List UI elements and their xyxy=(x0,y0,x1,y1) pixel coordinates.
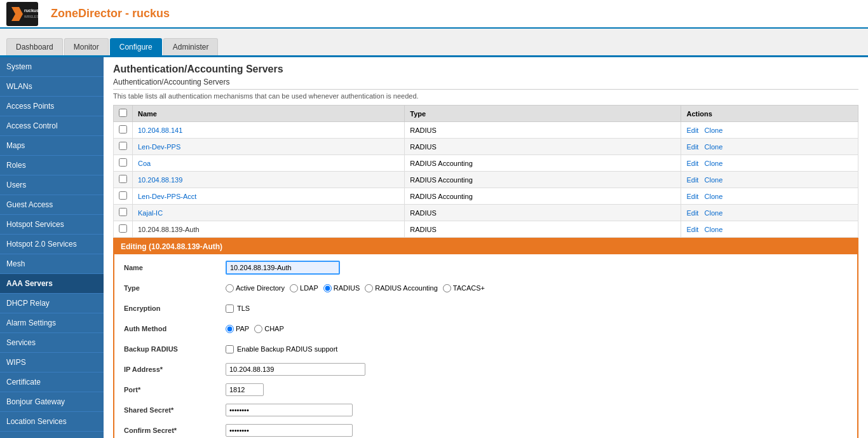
svg-text:ruckus: ruckus xyxy=(24,8,38,13)
sidebar-item-guest-access[interactable]: Guest Access xyxy=(0,195,104,215)
table-row: 10.204.88.141 RADIUS Edit Clone xyxy=(114,122,858,139)
sidebar-item-access-control[interactable]: Access Control xyxy=(0,116,104,136)
radio-pap[interactable] xyxy=(226,325,234,333)
row-checkbox-cell xyxy=(114,205,133,221)
table-row: 10.204.88.139-Auth RADIUS Edit Clone xyxy=(114,221,858,238)
edit-link[interactable]: Edit xyxy=(686,193,698,200)
clone-link[interactable]: Clone xyxy=(705,160,723,167)
control-encryption: TLS xyxy=(226,305,848,313)
sidebar-item-aaa-servers[interactable]: AAA Servers xyxy=(0,274,104,294)
edit-link[interactable]: Edit xyxy=(686,226,698,233)
label-encryption: Encryption xyxy=(124,305,226,312)
row-checkbox[interactable] xyxy=(119,191,127,200)
clone-link[interactable]: Clone xyxy=(705,193,723,200)
row-checkbox[interactable] xyxy=(119,125,127,133)
ip-address-input[interactable] xyxy=(226,363,365,376)
row-checkbox-cell xyxy=(114,172,133,188)
shared-secret-input[interactable] xyxy=(226,404,353,416)
confirm-secret-input[interactable] xyxy=(226,424,353,437)
radio-tacacs[interactable] xyxy=(443,284,451,292)
label-type: Type xyxy=(124,284,226,292)
type-active-directory[interactable]: Active Directory xyxy=(226,284,285,292)
radio-radius-accounting[interactable] xyxy=(365,284,373,292)
clone-link[interactable]: Clone xyxy=(705,209,723,217)
row-checkbox-cell xyxy=(114,221,133,238)
table-row: Len-Dev-PPS RADIUS Edit Clone xyxy=(114,139,858,155)
row-checkbox[interactable] xyxy=(119,208,127,216)
sidebar-item-hotspot20-services[interactable]: Hotspot 2.0 Services xyxy=(0,235,104,254)
sidebar-item-services[interactable]: Services xyxy=(0,333,104,353)
label-ip-address: IP Address* xyxy=(124,366,226,373)
port-input[interactable] xyxy=(226,383,264,396)
radio-radius[interactable] xyxy=(323,284,332,292)
sidebar-item-certificate[interactable]: Certificate xyxy=(0,373,104,392)
radio-chap[interactable] xyxy=(254,325,262,333)
tab-configure[interactable]: Configure xyxy=(110,38,162,55)
sidebar-item-users[interactable]: Users xyxy=(0,175,104,195)
sidebar-item-dhcp-relay[interactable]: DHCP Relay xyxy=(0,294,104,313)
row-checkbox[interactable] xyxy=(119,224,127,233)
name-input[interactable] xyxy=(226,261,340,275)
sidebar-item-hotspot-services[interactable]: Hotspot Services xyxy=(0,215,104,235)
tls-checkbox[interactable] xyxy=(226,305,234,313)
row-actions: Edit Clone xyxy=(681,172,858,188)
tls-label: TLS xyxy=(237,305,250,312)
label-name: Name xyxy=(124,264,226,271)
auth-chap[interactable]: CHAP xyxy=(254,325,284,333)
row-checkbox[interactable] xyxy=(119,158,127,167)
clone-link[interactable]: Clone xyxy=(705,176,723,184)
row-name: Kajal-IC xyxy=(133,205,405,221)
sidebar-item-wips[interactable]: WIPS xyxy=(0,353,104,373)
edit-link[interactable]: Edit xyxy=(686,127,698,134)
main-content: Authentication/Accounting Servers Authen… xyxy=(104,57,868,438)
type-radius[interactable]: RADIUS xyxy=(323,284,360,292)
type-radius-accounting[interactable]: RADIUS Accounting xyxy=(365,284,437,292)
row-name: 10.204.88.141 xyxy=(133,122,405,139)
tab-dashboard[interactable]: Dashboard xyxy=(6,38,63,55)
sidebar-item-maps[interactable]: Maps xyxy=(0,136,104,156)
row-checkbox-cell xyxy=(114,155,133,172)
row-type: RADIUS Accounting xyxy=(405,172,681,188)
edit-link[interactable]: Edit xyxy=(686,209,698,217)
sidebar-item-mesh[interactable]: Mesh xyxy=(0,254,104,274)
row-checkbox[interactable] xyxy=(119,142,127,150)
edit-link[interactable]: Edit xyxy=(686,143,698,151)
auth-pap[interactable]: PAP xyxy=(226,325,249,333)
label-confirm-secret: Confirm Secret* xyxy=(124,427,226,434)
sidebar-item-bonjour-gateway[interactable]: Bonjour Gateway xyxy=(0,392,104,412)
row-name: 10.204.88.139-Auth xyxy=(133,221,405,238)
control-shared-secret xyxy=(226,404,848,416)
radio-ldap[interactable] xyxy=(290,284,298,292)
row-name: Coa xyxy=(133,155,405,172)
form-row-type: Type Active Directory LDAP RADIUS RADIUS… xyxy=(124,280,848,296)
row-type: RADIUS xyxy=(405,205,681,221)
control-name xyxy=(226,261,848,275)
radio-active-directory[interactable] xyxy=(226,284,234,292)
editing-panel-header: Editing (10.204.88.139-Auth) xyxy=(114,239,857,254)
form-row-auth-method: Auth Method PAP CHAP xyxy=(124,320,848,337)
backup-radius-checkbox[interactable] xyxy=(226,345,234,353)
row-checkbox[interactable] xyxy=(119,175,127,183)
sidebar-item-system[interactable]: System xyxy=(0,57,104,77)
page-subtitle: Authentication/Accounting Servers xyxy=(113,78,858,90)
sidebar-item-alarm-settings[interactable]: Alarm Settings xyxy=(0,313,104,333)
type-tacacs[interactable]: TACACS+ xyxy=(443,284,485,292)
tab-administer[interactable]: Administer xyxy=(163,38,219,55)
sidebar-item-wlans[interactable]: WLANs xyxy=(0,77,104,97)
edit-link[interactable]: Edit xyxy=(686,176,698,184)
label-backup-radius: Backup RADIUS xyxy=(124,345,226,353)
control-confirm-secret xyxy=(226,424,848,437)
form-row-confirm-secret: Confirm Secret* xyxy=(124,422,848,438)
select-all-checkbox[interactable] xyxy=(119,109,127,117)
clone-link[interactable]: Clone xyxy=(705,127,723,134)
row-actions: Edit Clone xyxy=(681,155,858,172)
sidebar-item-roles[interactable]: Roles xyxy=(0,156,104,175)
table-row: Len-Dev-PPS-Acct RADIUS Accounting Edit … xyxy=(114,188,858,205)
type-ldap[interactable]: LDAP xyxy=(290,284,318,292)
sidebar-item-location-services[interactable]: Location Services xyxy=(0,412,104,432)
tab-monitor[interactable]: Monitor xyxy=(64,38,109,55)
sidebar-item-access-points[interactable]: Access Points xyxy=(0,97,104,116)
edit-link[interactable]: Edit xyxy=(686,160,698,167)
clone-link[interactable]: Clone xyxy=(705,226,723,233)
clone-link[interactable]: Clone xyxy=(705,143,723,151)
